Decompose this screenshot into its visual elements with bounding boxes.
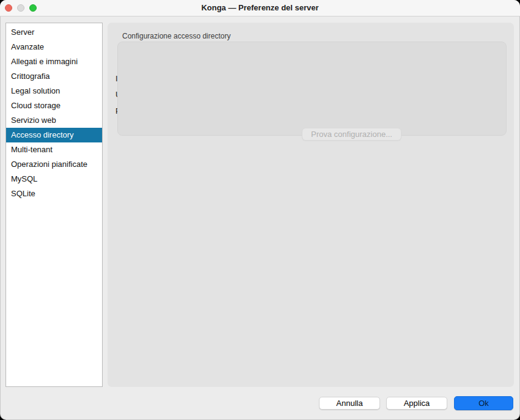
directory-access-groupbox: Prova configurazione... [117,42,507,136]
sidebar-item-operazioni-pianificate[interactable]: Operazioni pianificate [6,157,102,172]
preferences-window: Konga — Preferenze del server Server Ava… [0,0,520,420]
sidebar-item-servizio-web[interactable]: Servizio web [6,113,102,128]
sidebar-item-legal-solution[interactable]: Legal solution [6,84,102,98]
test-configuration-button: Prova configurazione... [302,128,401,141]
apply-button[interactable]: Applica [386,397,447,410]
preferences-sidebar: Server Avanzate Allegati e immagini Crit… [5,23,103,387]
sidebar-item-sqlite[interactable]: SQLite [6,186,102,201]
sidebar-item-multi-tenant[interactable]: Multi-tenant [6,142,102,157]
sidebar-item-crittografia[interactable]: Crittografia [6,69,102,84]
sidebar-item-server[interactable]: Server [6,25,102,40]
ok-button[interactable]: Ok [454,396,513,410]
sidebar-item-avanzate[interactable]: Avanzate [6,40,102,54]
titlebar: Konga — Preferenze del server [0,0,520,17]
sidebar-item-mysql[interactable]: MySQL [6,172,102,186]
sidebar-item-allegati-e-immagini[interactable]: Allegati e immagini [6,54,102,69]
settings-panel: Configurazione accesso directory Indiriz… [108,23,514,387]
window-title: Konga — Preferenze del server [0,0,520,16]
sidebar-item-cloud-storage[interactable]: Cloud storage [6,98,102,113]
sidebar-item-accesso-directory[interactable]: Accesso directory [6,128,102,142]
cancel-button[interactable]: Annulla [319,397,380,410]
group-title: Configurazione accesso directory [122,32,230,40]
